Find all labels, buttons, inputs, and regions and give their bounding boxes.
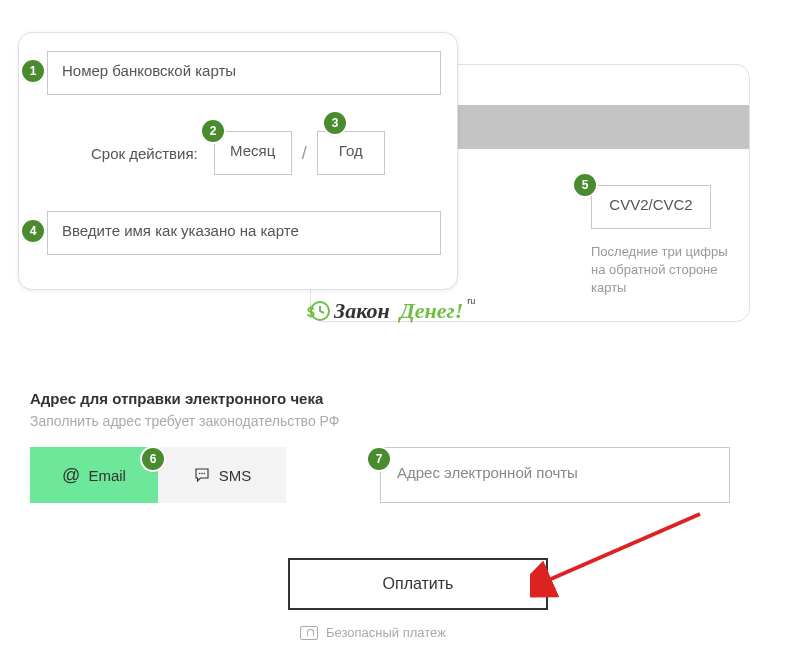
expiry-label: Срок действия:: [91, 145, 198, 162]
receipt-section: Адрес для отправки электронного чека Зап…: [30, 390, 750, 503]
tab-sms[interactable]: SMS: [158, 447, 286, 503]
secure-payment-label: Безопасный платеж: [326, 625, 446, 640]
badge-4: 4: [22, 220, 44, 242]
badge-3: 3: [324, 112, 346, 134]
logo-text-1: Закон: [334, 298, 390, 324]
site-logo: $ Закон Денег! ru: [306, 298, 475, 324]
svg-point-3: [201, 473, 203, 475]
chat-icon: [193, 466, 211, 484]
logo-ru: ru: [467, 296, 475, 306]
receipt-title: Адрес для отправки электронного чека: [30, 390, 750, 407]
svg-text:$: $: [307, 304, 315, 320]
receipt-subtitle: Заполнить адрес требует законодательство…: [30, 413, 750, 429]
lock-card-icon: [300, 626, 318, 640]
at-icon: @: [62, 465, 80, 486]
cvv-hint-text: Последние три цифры на обратной стороне …: [591, 243, 731, 298]
tab-email[interactable]: @ Email: [30, 447, 158, 503]
badge-6: 6: [142, 448, 164, 470]
expiry-month-input[interactable]: Месяц: [214, 131, 292, 175]
cardholder-input[interactable]: Введите имя как указано на карте: [47, 211, 441, 255]
badge-1: 1: [22, 60, 44, 82]
clock-dollar-icon: $: [306, 299, 330, 323]
card-front: Номер банковской карты Срок действия: Ме…: [18, 32, 458, 290]
svg-point-4: [203, 473, 205, 475]
tab-sms-label: SMS: [219, 467, 252, 484]
svg-point-2: [199, 473, 201, 475]
badge-7: 7: [368, 448, 390, 470]
pay-button[interactable]: Оплатить: [288, 558, 548, 610]
secure-payment-row: Безопасный платеж: [300, 625, 446, 640]
annotation-arrow: [530, 510, 710, 600]
expiry-row: Срок действия: Месяц / Год: [91, 131, 385, 175]
logo-text-2: Денег!: [400, 298, 463, 324]
card-number-input[interactable]: Номер банковской карты: [47, 51, 441, 95]
badge-2: 2: [202, 120, 224, 142]
badge-5: 5: [574, 174, 596, 196]
email-input[interactable]: Адрес электронной почты: [380, 447, 730, 503]
cvv-input[interactable]: CVV2/CVC2: [591, 185, 711, 229]
expiry-year-input[interactable]: Год: [317, 131, 385, 175]
expiry-separator: /: [302, 143, 307, 164]
tab-email-label: Email: [88, 467, 126, 484]
